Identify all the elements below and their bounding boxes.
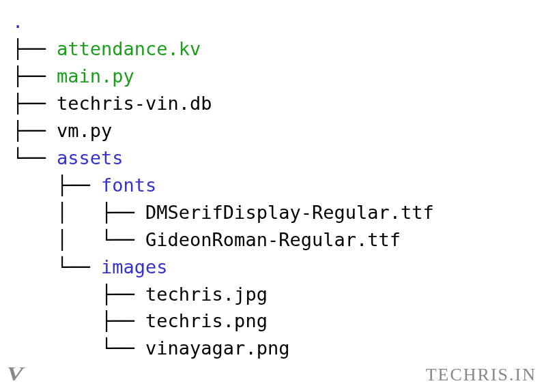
- tree-prefix: ├──: [12, 65, 57, 87]
- tree-row: │ └── GideonRoman-Regular.ttf: [12, 226, 546, 254]
- root-dot: .: [12, 11, 23, 32]
- tree-row: └── images: [12, 254, 546, 281]
- tree-prefix: ├──: [12, 120, 57, 141]
- tree-prefix: ├──: [12, 38, 57, 59]
- file-name: techris-vin.db: [57, 93, 212, 114]
- file-name: attendance.kv: [57, 38, 201, 59]
- tree-prefix: ├──: [12, 175, 101, 196]
- watermark-logo: V: [7, 362, 23, 385]
- file-name: techris.png: [145, 310, 268, 331]
- dir-name: assets: [57, 147, 124, 168]
- tree-row: ├── attendance.kv: [12, 35, 546, 63]
- tree-row: └── vinayagar.png: [12, 335, 546, 362]
- file-name: vinayagar.png: [145, 337, 289, 359]
- dir-name: fonts: [101, 175, 156, 196]
- tree-prefix: ├──: [12, 93, 57, 114]
- tree-row: └── assets: [12, 145, 546, 172]
- tree-root: .: [12, 8, 546, 35]
- tree-prefix: └──: [12, 256, 101, 277]
- tree-prefix: ├──: [12, 284, 145, 305]
- tree-row: ├── techris.png: [12, 307, 546, 335]
- file-name: techris.jpg: [145, 284, 268, 305]
- watermark-brand: TECHRIS.IN: [426, 365, 536, 385]
- tree-row: ├── fonts: [12, 172, 546, 199]
- tree-output: . ├── attendance.kv ├── main.py ├── tech…: [0, 0, 546, 362]
- tree-prefix: └──: [12, 147, 57, 168]
- tree-row: ├── main.py: [12, 63, 546, 90]
- file-name: GideonRoman-Regular.ttf: [145, 229, 401, 250]
- tree-prefix: │ └──: [12, 229, 145, 250]
- file-name: DMSerifDisplay-Regular.ttf: [145, 202, 434, 223]
- tree-prefix: └──: [12, 337, 145, 359]
- file-name: vm.py: [57, 120, 112, 141]
- tree-prefix: │ ├──: [12, 202, 145, 223]
- dir-name: images: [101, 256, 168, 277]
- tree-row: ├── techris.jpg: [12, 281, 546, 308]
- tree-row: ├── vm.py: [12, 117, 546, 145]
- tree-row: ├── techris-vin.db: [12, 90, 546, 117]
- tree-row: │ ├── DMSerifDisplay-Regular.ttf: [12, 199, 546, 226]
- tree-prefix: ├──: [12, 310, 145, 331]
- file-name: main.py: [57, 65, 134, 87]
